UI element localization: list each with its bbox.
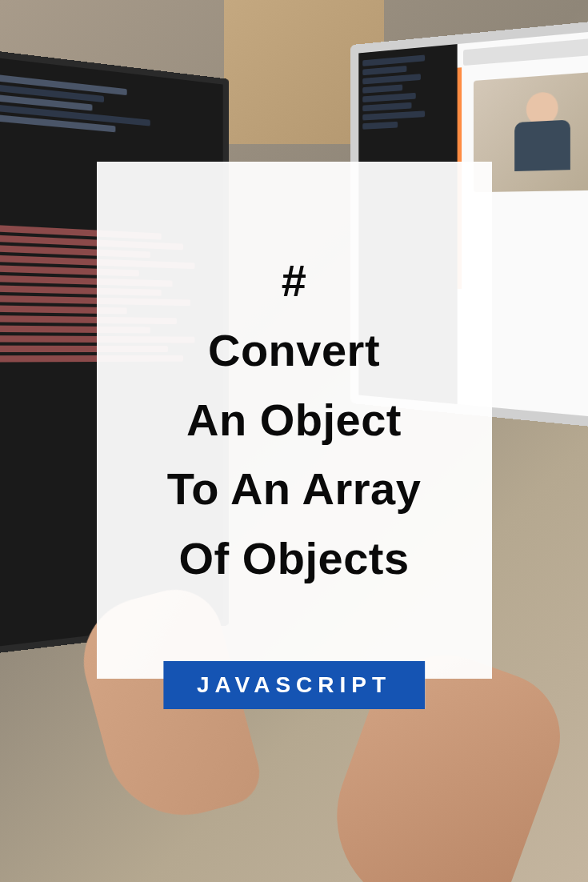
title-line-5: Of Objects bbox=[178, 533, 409, 583]
badge-label: JAVASCRIPT bbox=[197, 672, 391, 697]
title-line-4: To An Array bbox=[167, 463, 422, 514]
title-card: # Convert An Object To An Array Of Objec… bbox=[97, 162, 492, 679]
title-line-2: Convert bbox=[208, 325, 380, 375]
title-line-3: An Object bbox=[186, 395, 402, 445]
category-badge: JAVASCRIPT bbox=[163, 661, 425, 709]
person-body bbox=[514, 120, 570, 171]
browser-address-bar bbox=[463, 36, 588, 66]
card-title: # Convert An Object To An Array Of Objec… bbox=[167, 247, 422, 594]
title-line-1: # bbox=[282, 255, 307, 306]
